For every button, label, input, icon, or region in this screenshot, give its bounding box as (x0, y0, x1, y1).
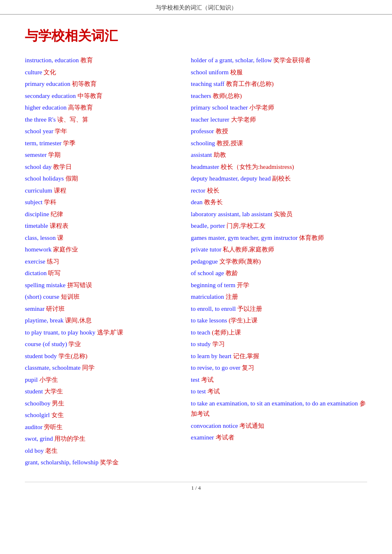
vocab-english: curriculum (25, 187, 54, 194)
vocab-chinese: 奖学金 (100, 459, 119, 466)
page-header: 与学校相关的词汇（词汇知识） (0, 0, 392, 15)
right-column: holder of a grant, scholar, fellow 奖学金获得… (191, 55, 367, 444)
vocab-english: holder of a grant, scholar, fellow (191, 57, 273, 63)
vocab-english: examiner (191, 434, 216, 441)
vocab-chinese: 教授,授课 (217, 140, 243, 146)
vocab-chinese: 课 (57, 234, 63, 241)
vocab-chinese: 大学生 (44, 388, 63, 395)
right-vocab-item: beginning of term 开学 (191, 280, 367, 291)
left-vocab-item: instruction, education 教育 (25, 55, 178, 66)
vocab-english: seminar (25, 305, 46, 312)
vocab-english: to learn by heart (191, 353, 233, 359)
left-vocab-item: secondary education 中等教育 (25, 91, 178, 102)
vocab-chinese: 学科 (44, 199, 56, 205)
vocab-chinese: 副校长 (272, 175, 291, 182)
vocab-chinese: 读、写、算 (57, 116, 88, 123)
vocab-english: school year (25, 128, 55, 134)
right-vocab-item: teacher lecturer 大学老师 (191, 115, 367, 125)
right-vocab-item: to teach (老师)上课 (191, 327, 367, 338)
vocab-english: to study (191, 341, 212, 347)
vocab-chinese: 学季 (63, 140, 75, 146)
vocab-english: to test (191, 388, 207, 395)
right-vocab-item: to take an examination, to sit an examin… (191, 398, 367, 420)
left-vocab-item: timetable 课程表 (25, 221, 178, 232)
right-vocab-item: professor 教授 (191, 126, 367, 137)
page-title: 与学校相关词汇 (25, 27, 367, 45)
vocab-english: teaching staff (191, 81, 226, 87)
vocab-chinese: 中等教育 (78, 93, 102, 99)
right-vocab-item: beadle, porter 门房,学校工友 (191, 221, 367, 232)
vocab-chinese: 旁听生 (44, 424, 63, 430)
right-vocab-item: rector 校长 (191, 185, 367, 196)
right-vocab-item: test 考试 (191, 375, 367, 386)
right-vocab-item: teaching staff 教育工作者(总称) (191, 79, 367, 90)
right-vocab-item: primary school teacher 小学老师 (191, 103, 367, 113)
left-vocab-item: schoolboy 男生 (25, 398, 178, 409)
header-title: 与学校相关的词汇（词汇知识） (156, 5, 237, 11)
vocab-english: instruction, education (25, 57, 80, 63)
vocab-english: private tutor (191, 246, 223, 253)
right-vocab-item: matriculation 注册 (191, 292, 367, 303)
vocab-chinese: 教龄 (226, 270, 238, 276)
right-vocab-item: to enroll, to enroll 予以注册 (191, 304, 367, 315)
vocab-chinese: 听写 (48, 270, 61, 276)
right-vocab-item: laboratory assistant, lab assistant 实验员 (191, 209, 367, 220)
vocab-english: discipline (25, 211, 51, 217)
vocab-chinese: 教学日 (53, 164, 72, 170)
vocab-chinese: 用功的学生 (54, 435, 85, 442)
vocab-chinese: 小学生 (39, 376, 58, 383)
left-vocab-item: pupil 小学生 (25, 375, 178, 386)
vocab-english: to revise, to go over (191, 364, 242, 371)
right-vocab-item: to study 学习 (191, 339, 367, 350)
vocab-chinese: 奖学金获得者 (273, 57, 311, 63)
left-vocab-item: student body 学生(总称) (25, 351, 178, 362)
vocab-chinese: 研讨班 (46, 305, 65, 312)
vocab-chinese: 女生 (51, 412, 64, 418)
vocab-chinese: 学业 (68, 341, 81, 347)
vocab-english: primary education (25, 81, 72, 87)
vocab-chinese: 学期 (48, 151, 61, 158)
left-vocab-item: schoolgirl 女生 (25, 410, 178, 421)
vocab-english: to take lessons (191, 317, 229, 324)
left-vocab-item: school year 学年 (25, 126, 178, 137)
vocab-english: schoolboy (25, 400, 52, 407)
vocab-chinese: 体育教师 (299, 234, 324, 241)
vocab-english: course (of study) (25, 341, 68, 347)
vocab-english: to enroll, to enroll (191, 305, 237, 312)
left-vocab-item: higher education 高等教育 (25, 103, 178, 113)
vocab-chinese: 假期 (66, 175, 78, 182)
vocab-chinese: 文学教师(蔑称) (219, 258, 261, 265)
vocab-english: (short) course (25, 293, 61, 300)
vocab-chinese: 初等教育 (72, 81, 97, 87)
vocab-chinese: 纪律 (51, 211, 63, 217)
left-vocab-item: old boy 老生 (25, 446, 178, 456)
right-vocab-item: school uniform 校服 (191, 67, 367, 78)
vocab-english: exercise (25, 258, 47, 265)
right-vocab-item: pedagogue 文学教师(蔑称) (191, 256, 367, 267)
vocab-english: classmate, schoolmate (25, 364, 82, 371)
vocab-chinese: 文化 (44, 69, 56, 76)
vocab-english: term, trimester (25, 140, 63, 146)
vocab-chinese: 大学老师 (231, 116, 256, 123)
vocab-chinese: 教育 (80, 57, 93, 63)
right-vocab-item: to take lessons (学生)上课 (191, 315, 367, 326)
vocab-english: pedagogue (191, 258, 219, 265)
vocab-chinese: 同学 (82, 364, 95, 371)
right-vocab-item: to test 考试 (191, 386, 367, 397)
two-column-layout: instruction, education 教育culture 文化prima… (25, 55, 367, 469)
vocab-chinese: 考试通知 (239, 422, 264, 429)
vocab-english: old boy (25, 447, 45, 454)
vocab-chinese: 学生(总称) (58, 353, 88, 359)
left-vocab-item: dictation 听写 (25, 268, 178, 279)
vocab-chinese: 考试 (201, 376, 214, 383)
right-vocab-item: convocation notice 考试通知 (191, 421, 367, 432)
vocab-chinese: 校长 (207, 187, 219, 194)
vocab-english: schooling (191, 140, 217, 146)
vocab-english: dean (191, 199, 204, 205)
vocab-english: subject (25, 199, 44, 205)
vocab-chinese: 拼写错误 (67, 282, 92, 288)
vocab-chinese: 小学老师 (249, 104, 274, 111)
vocab-english: to take an examination, to sit an examin… (191, 400, 360, 407)
vocab-chinese: 开学 (237, 282, 249, 288)
vocab-english: school holidays (25, 175, 66, 182)
